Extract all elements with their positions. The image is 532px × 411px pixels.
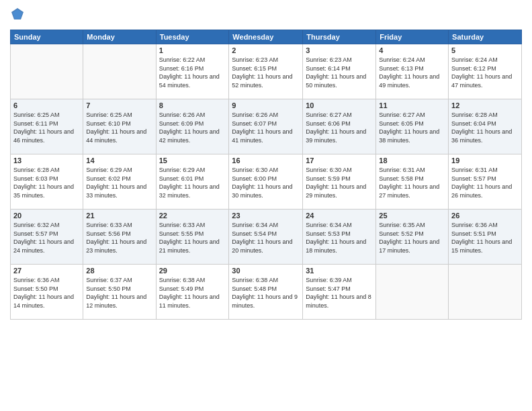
day-number: 7: [86, 101, 152, 109]
day-info: Sunrise: 6:30 AMSunset: 6:00 PMDaylight:…: [232, 166, 300, 199]
header: [10, 7, 522, 24]
day-number: 5: [451, 46, 519, 54]
calendar-cell: 22Sunrise: 6:33 AMSunset: 5:55 PMDayligh…: [156, 210, 229, 265]
day-number: 21: [86, 212, 152, 220]
day-info: Sunrise: 6:36 AMSunset: 5:51 PMDaylight:…: [451, 221, 519, 255]
calendar-cell: 3Sunrise: 6:23 AMSunset: 6:14 PMDaylight…: [303, 44, 376, 99]
day-number: 28: [86, 267, 152, 275]
day-number: 15: [159, 156, 226, 165]
day-number: 31: [306, 267, 373, 275]
day-info: Sunrise: 6:23 AMSunset: 6:14 PMDaylight:…: [306, 56, 373, 89]
day-number: 8: [159, 101, 226, 109]
day-info: Sunrise: 6:38 AMSunset: 5:48 PMDaylight:…: [232, 276, 300, 310]
weekday-wednesday: Wednesday: [229, 30, 303, 44]
calendar-cell: 1Sunrise: 6:22 AMSunset: 6:16 PMDaylight…: [156, 44, 229, 99]
calendar-cell: 6Sunrise: 6:25 AMSunset: 6:11 PMDaylight…: [11, 99, 83, 154]
day-info: Sunrise: 6:28 AMSunset: 6:03 PMDaylight:…: [13, 166, 80, 199]
day-number: 10: [306, 101, 373, 109]
day-number: 2: [232, 46, 300, 54]
calendar-cell: 11Sunrise: 6:27 AMSunset: 6:05 PMDayligh…: [376, 99, 449, 154]
calendar-cell: 8Sunrise: 6:26 AMSunset: 6:09 PMDaylight…: [156, 99, 229, 154]
day-info: Sunrise: 6:39 AMSunset: 5:47 PMDaylight:…: [306, 276, 373, 310]
day-info: Sunrise: 6:26 AMSunset: 6:07 PMDaylight:…: [232, 111, 300, 144]
day-info: Sunrise: 6:31 AMSunset: 5:58 PMDaylight:…: [379, 166, 445, 199]
day-info: Sunrise: 6:30 AMSunset: 5:59 PMDaylight:…: [306, 166, 373, 199]
day-number: 3: [306, 46, 373, 54]
logo-icon: [10, 7, 25, 21]
day-number: 12: [451, 101, 519, 109]
calendar-cell: 14Sunrise: 6:29 AMSunset: 6:02 PMDayligh…: [83, 154, 156, 210]
day-info: Sunrise: 6:32 AMSunset: 5:57 PMDaylight:…: [13, 221, 80, 255]
day-number: 25: [379, 212, 445, 220]
calendar-cell: 25Sunrise: 6:35 AMSunset: 5:52 PMDayligh…: [376, 210, 449, 265]
calendar-cell: 20Sunrise: 6:32 AMSunset: 5:57 PMDayligh…: [11, 210, 83, 265]
day-number: 19: [451, 156, 519, 165]
calendar-cell: 15Sunrise: 6:29 AMSunset: 6:01 PMDayligh…: [156, 154, 229, 210]
day-info: Sunrise: 6:35 AMSunset: 5:52 PMDaylight:…: [379, 221, 445, 255]
calendar-cell: 23Sunrise: 6:34 AMSunset: 5:54 PMDayligh…: [229, 210, 303, 265]
day-info: Sunrise: 6:26 AMSunset: 6:09 PMDaylight:…: [159, 111, 226, 144]
day-info: Sunrise: 6:28 AMSunset: 6:04 PMDaylight:…: [451, 111, 519, 144]
weekday-tuesday: Tuesday: [156, 30, 229, 44]
day-number: 30: [232, 267, 300, 275]
calendar-cell: [11, 44, 83, 99]
calendar-cell: 21Sunrise: 6:33 AMSunset: 5:56 PMDayligh…: [83, 210, 156, 265]
day-info: Sunrise: 6:29 AMSunset: 6:01 PMDaylight:…: [159, 166, 226, 199]
day-info: Sunrise: 6:27 AMSunset: 6:06 PMDaylight:…: [306, 111, 373, 144]
day-info: Sunrise: 6:33 AMSunset: 5:55 PMDaylight:…: [159, 221, 226, 255]
day-info: Sunrise: 6:33 AMSunset: 5:56 PMDaylight:…: [86, 221, 152, 255]
day-info: Sunrise: 6:29 AMSunset: 6:02 PMDaylight:…: [86, 166, 152, 199]
calendar-cell: 31Sunrise: 6:39 AMSunset: 5:47 PMDayligh…: [303, 265, 376, 320]
calendar-week-row: 6Sunrise: 6:25 AMSunset: 6:11 PMDaylight…: [11, 99, 522, 154]
day-number: 26: [451, 212, 519, 220]
day-info: Sunrise: 6:24 AMSunset: 6:13 PMDaylight:…: [379, 56, 445, 89]
day-number: 11: [379, 101, 445, 109]
day-info: Sunrise: 6:36 AMSunset: 5:50 PMDaylight:…: [13, 276, 80, 310]
calendar-week-row: 1Sunrise: 6:22 AMSunset: 6:16 PMDaylight…: [11, 44, 522, 99]
day-info: Sunrise: 6:25 AMSunset: 6:11 PMDaylight:…: [13, 111, 80, 144]
calendar-week-row: 13Sunrise: 6:28 AMSunset: 6:03 PMDayligh…: [11, 154, 522, 210]
page: SundayMondayTuesdayWednesdayThursdayFrid…: [0, 0, 532, 411]
day-info: Sunrise: 6:37 AMSunset: 5:50 PMDaylight:…: [86, 276, 152, 310]
calendar-cell: 16Sunrise: 6:30 AMSunset: 6:00 PMDayligh…: [229, 154, 303, 210]
calendar-cell: 17Sunrise: 6:30 AMSunset: 5:59 PMDayligh…: [303, 154, 376, 210]
day-info: Sunrise: 6:24 AMSunset: 6:12 PMDaylight:…: [451, 56, 519, 89]
day-info: Sunrise: 6:25 AMSunset: 6:10 PMDaylight:…: [86, 111, 152, 144]
calendar-cell: 10Sunrise: 6:27 AMSunset: 6:06 PMDayligh…: [303, 99, 376, 154]
day-number: 9: [232, 101, 300, 109]
weekday-monday: Monday: [83, 30, 156, 44]
weekday-sunday: Sunday: [11, 30, 83, 44]
weekday-friday: Friday: [376, 30, 449, 44]
weekday-thursday: Thursday: [303, 30, 376, 44]
calendar-cell: 18Sunrise: 6:31 AMSunset: 5:58 PMDayligh…: [376, 154, 449, 210]
calendar-cell: [376, 265, 449, 320]
day-info: Sunrise: 6:31 AMSunset: 5:57 PMDaylight:…: [451, 166, 519, 199]
day-info: Sunrise: 6:22 AMSunset: 6:16 PMDaylight:…: [159, 56, 226, 89]
day-number: 24: [306, 212, 373, 220]
day-info: Sunrise: 6:34 AMSunset: 5:54 PMDaylight:…: [232, 221, 300, 255]
day-number: 22: [159, 212, 226, 220]
day-number: 16: [232, 156, 300, 165]
day-number: 1: [159, 46, 226, 54]
day-number: 6: [13, 101, 80, 109]
calendar-cell: [83, 44, 156, 99]
day-info: Sunrise: 6:34 AMSunset: 5:53 PMDaylight:…: [306, 221, 373, 255]
day-info: Sunrise: 6:27 AMSunset: 6:05 PMDaylight:…: [379, 111, 445, 144]
calendar-cell: 26Sunrise: 6:36 AMSunset: 5:51 PMDayligh…: [449, 210, 522, 265]
calendar-cell: [449, 265, 522, 320]
calendar-cell: 24Sunrise: 6:34 AMSunset: 5:53 PMDayligh…: [303, 210, 376, 265]
calendar-cell: 4Sunrise: 6:24 AMSunset: 6:13 PMDaylight…: [376, 44, 449, 99]
day-number: 17: [306, 156, 373, 165]
day-number: 23: [232, 212, 300, 220]
calendar-cell: 13Sunrise: 6:28 AMSunset: 6:03 PMDayligh…: [11, 154, 83, 210]
day-number: 27: [13, 267, 80, 275]
weekday-header-row: SundayMondayTuesdayWednesdayThursdayFrid…: [11, 30, 522, 44]
calendar-cell: 30Sunrise: 6:38 AMSunset: 5:48 PMDayligh…: [229, 265, 303, 320]
weekday-saturday: Saturday: [449, 30, 522, 44]
calendar-cell: 2Sunrise: 6:23 AMSunset: 6:15 PMDaylight…: [229, 44, 303, 99]
day-number: 20: [13, 212, 80, 220]
day-info: Sunrise: 6:23 AMSunset: 6:15 PMDaylight:…: [232, 56, 300, 89]
calendar-cell: 27Sunrise: 6:36 AMSunset: 5:50 PMDayligh…: [11, 265, 83, 320]
calendar-cell: 7Sunrise: 6:25 AMSunset: 6:10 PMDaylight…: [83, 99, 156, 154]
day-number: 4: [379, 46, 445, 54]
